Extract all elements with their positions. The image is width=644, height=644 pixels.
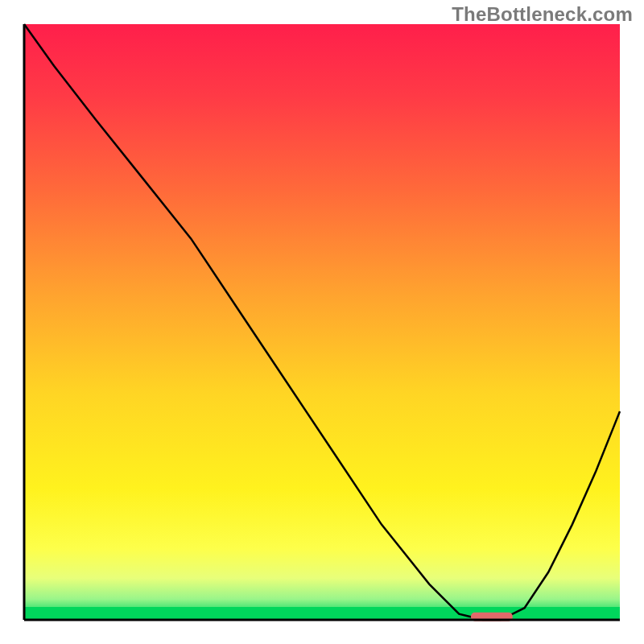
watermark-text: TheBottleneck.com: [452, 3, 633, 26]
chart-svg: [0, 0, 644, 644]
plot-area: [24, 24, 620, 620]
green-stripe: [24, 607, 620, 620]
